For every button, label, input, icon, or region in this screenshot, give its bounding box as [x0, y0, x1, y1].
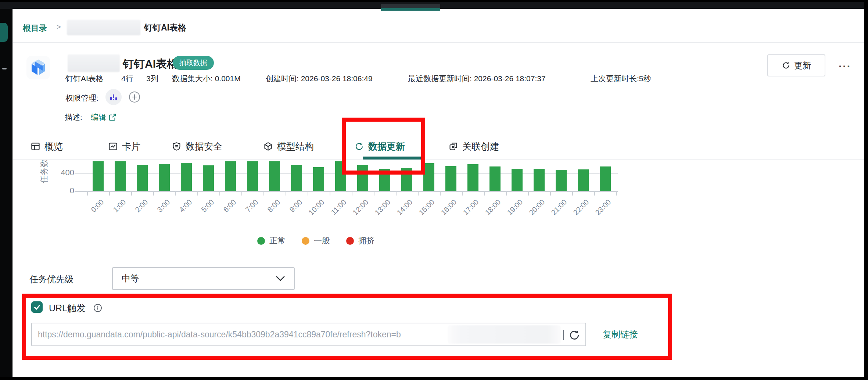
- url-trigger-checkbox[interactable]: [31, 301, 43, 313]
- x-tick: [219, 191, 220, 196]
- card-chart-icon: [108, 141, 118, 151]
- url-input[interactable]: https://demo.guandata.com/public-api/dat…: [31, 323, 586, 346]
- more-actions-button[interactable]: ...: [839, 57, 851, 70]
- refresh-icon: [782, 61, 790, 70]
- legend-dot: [302, 237, 309, 245]
- bar-14:00: [401, 168, 412, 191]
- checkmark-icon: [33, 303, 41, 311]
- chart-legend: 正常一般拥挤: [257, 235, 374, 246]
- link-create-icon: [448, 141, 458, 151]
- title-redacted-segment: [68, 54, 120, 72]
- tab-概览[interactable]: 概览: [31, 140, 63, 153]
- bar-18:00: [489, 166, 501, 191]
- tab-数据安全[interactable]: 数据安全: [172, 140, 222, 153]
- x-tick: [87, 191, 88, 196]
- breadcrumb-redacted-segment: [67, 20, 140, 35]
- x-tick: [572, 191, 573, 196]
- bar-10:00: [313, 167, 324, 191]
- x-tick: [352, 191, 352, 196]
- active-tab-underline: [363, 157, 421, 159]
- meta-item: 上次更新时长:5秒: [591, 74, 651, 84]
- bar-13:00: [379, 169, 390, 191]
- legend-item-正常[interactable]: 正常: [257, 235, 286, 246]
- tab-模型结构[interactable]: 模型结构: [263, 140, 314, 153]
- breadcrumb-root-link[interactable]: 根目录: [23, 23, 47, 34]
- x-tick: [374, 191, 374, 196]
- dataset-meta-row: 钉钉AI表格4行3列数据集大小: 0.001M创建时间: 2026-03-26 …: [0, 74, 868, 83]
- bar-15:00: [423, 163, 434, 191]
- legend-label: 拥挤: [358, 235, 374, 246]
- x-tick: [616, 191, 617, 196]
- url-input-value: https://demo.guandata.com/public-api/dat…: [38, 330, 401, 340]
- legend-dot: [346, 237, 354, 245]
- y-tick-400: 400: [51, 168, 74, 178]
- x-tick: [131, 191, 132, 196]
- tab-label: 关联创建: [462, 140, 499, 153]
- app-window: 根目录 > 钉钉AI表格 钉钉AI表格 抽取数据 钉钉AI表格4行3列数据集大小…: [0, 0, 868, 380]
- x-tick: [153, 191, 154, 196]
- x-tick: [286, 191, 286, 196]
- avatar[interactable]: [105, 89, 122, 105]
- legend-dot: [257, 237, 265, 245]
- x-tick: [330, 191, 330, 196]
- edit-icon: [108, 113, 116, 121]
- bar-20:00: [534, 169, 545, 191]
- priority-select[interactable]: 中等: [112, 267, 295, 290]
- bar-19:00: [512, 169, 523, 191]
- bar-17:00: [467, 164, 478, 191]
- bar-5:00: [203, 165, 214, 191]
- y-tick-0: 0: [51, 186, 74, 196]
- bar-21:00: [556, 170, 567, 191]
- x-tick: [440, 191, 441, 196]
- edit-description-link[interactable]: 编辑: [91, 112, 116, 122]
- tab-卡片[interactable]: 卡片: [108, 140, 140, 153]
- tab-label: 数据安全: [186, 140, 222, 153]
- update-button[interactable]: 更新: [767, 54, 825, 76]
- active-browser-tab[interactable]: [381, 4, 440, 11]
- meta-item: 数据集大小: 0.001M: [172, 74, 241, 84]
- tab-label: 模型结构: [277, 140, 314, 153]
- edit-link-label: 编辑: [91, 112, 106, 122]
- bottom-border: [0, 377, 868, 380]
- bar-8:00: [269, 161, 280, 191]
- tab-数据更新[interactable]: 数据更新: [354, 140, 405, 153]
- x-tick: [396, 191, 397, 196]
- x-tick: [109, 191, 110, 196]
- header-divider: [12, 42, 864, 43]
- x-tick: [484, 191, 485, 196]
- info-icon[interactable]: [93, 304, 102, 312]
- text-cursor: [563, 330, 564, 340]
- legend-label: 正常: [269, 235, 286, 246]
- x-tick: [263, 191, 264, 196]
- cube-icon: [263, 141, 273, 151]
- shield-icon: [172, 141, 182, 151]
- x-tick: [506, 191, 507, 196]
- meta-item: 4行: [121, 74, 133, 84]
- x-tick: [308, 191, 308, 196]
- x-tick: [594, 191, 595, 196]
- bar-12:00: [357, 165, 368, 191]
- tab-关联创建[interactable]: 关联创建: [448, 140, 499, 153]
- copy-link-button[interactable]: 复制链接: [603, 329, 638, 340]
- bar-2:00: [137, 165, 148, 191]
- right-border: [864, 0, 868, 380]
- add-permission-button[interactable]: [129, 91, 140, 103]
- token-redacted-segment: [448, 325, 561, 344]
- bar-4:00: [181, 163, 192, 191]
- sidebar-tick: [2, 68, 7, 69]
- sidebar-handle[interactable]: [0, 23, 8, 42]
- legend-item-一般[interactable]: 一般: [302, 235, 330, 246]
- plus-circle-icon: [129, 91, 140, 103]
- x-tick: [175, 191, 176, 196]
- collapsed-sidebar: [0, 9, 12, 380]
- priority-label: 任务优先级: [29, 273, 73, 285]
- bar-16:00: [445, 166, 456, 191]
- priority-selected-value: 中等: [122, 273, 139, 284]
- x-tick: [528, 191, 529, 196]
- legend-label: 一般: [314, 235, 330, 246]
- regenerate-url-button[interactable]: [568, 329, 581, 341]
- bar-0:00: [93, 161, 104, 191]
- legend-item-拥挤[interactable]: 拥挤: [346, 235, 374, 246]
- permission-label: 权限管理:: [65, 93, 98, 103]
- tab-label: 卡片: [122, 140, 140, 153]
